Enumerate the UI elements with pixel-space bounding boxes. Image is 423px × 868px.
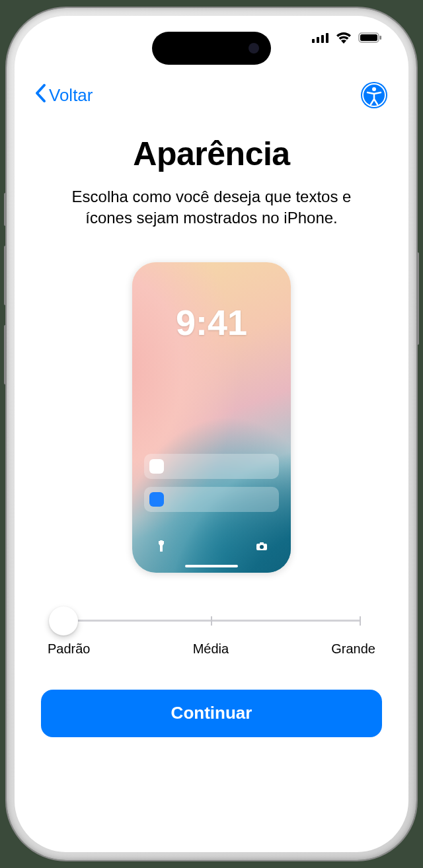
device-volume-down [4,325,7,384]
slider-labels: Padrão Média Grande [48,641,375,657]
slider-label-default: Padrão [48,641,91,657]
preview-widget-icon [149,492,164,507]
device-volume-up [4,246,7,305]
slider-label-medium: Média [193,641,229,657]
preview-home-indicator [185,565,238,567]
flashlight-icon [153,538,169,554]
slider-thumb[interactable] [49,606,78,635]
preview-widget [144,487,279,512]
device-side-button [416,252,419,345]
camera-icon [254,538,270,554]
continue-button[interactable]: Continuar [41,690,382,737]
svg-rect-3 [326,33,328,43]
size-slider-section: Padrão Média Grande [41,604,382,657]
svg-rect-2 [321,35,324,43]
back-label: Voltar [49,85,93,106]
battery-icon [358,32,382,46]
preview-widget [144,454,279,479]
wifi-icon [336,32,352,46]
content: Aparência Escolha como você deseja que t… [15,115,408,737]
size-slider[interactable] [48,604,375,637]
svg-rect-11 [260,542,264,544]
screen: Voltar Aparência Escolha como você desej… [15,16,408,852]
chevron-left-icon [34,83,46,108]
preview-widget-icon [149,459,164,474]
appearance-preview: 9:41 [132,262,291,573]
svg-point-9 [372,87,376,91]
page-title: Aparência [133,135,289,173]
subtitle: Escolha como você deseja que textos e íc… [53,186,370,229]
accessibility-button[interactable] [360,81,389,110]
svg-rect-6 [380,36,382,40]
cellular-signal-icon [312,32,329,46]
svg-rect-0 [312,39,315,43]
slider-tick [360,616,361,626]
preview-bottom-icons [132,538,291,554]
preview-widgets [144,454,279,520]
dynamic-island [152,32,271,65]
slider-tick [211,616,212,626]
svg-rect-1 [317,37,319,43]
preview-time: 9:41 [132,302,291,343]
svg-point-12 [260,545,264,549]
slider-label-large: Grande [331,641,375,657]
device-action-button [4,193,7,226]
svg-rect-5 [360,34,377,41]
device-frame: Voltar Aparência Escolha como você desej… [7,8,416,860]
back-button[interactable]: Voltar [34,83,93,108]
